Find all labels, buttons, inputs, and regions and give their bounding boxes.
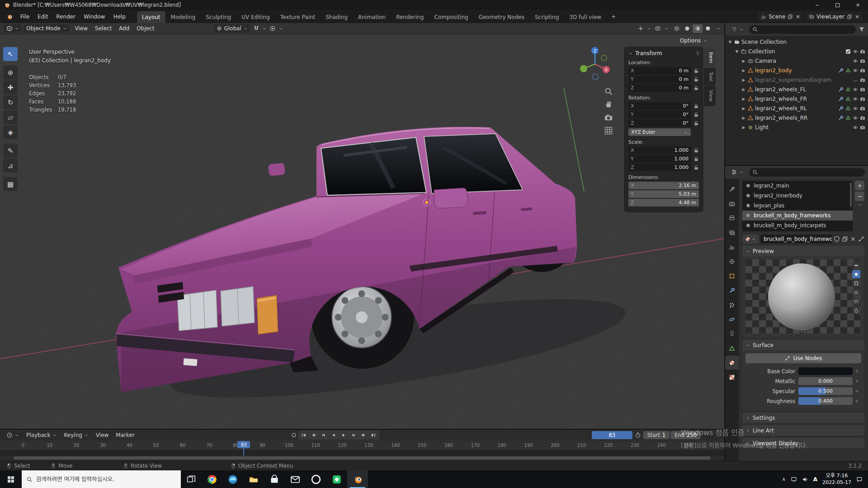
scene-selector[interactable]: Scene xyxy=(758,12,803,21)
copy-icon[interactable] xyxy=(847,14,852,19)
animate-decorator[interactable] xyxy=(856,390,858,392)
preview-resize-dots[interactable]: ⠿⠿ xyxy=(800,329,806,334)
timeline-scrollbar[interactable] xyxy=(14,456,711,460)
axis-field-y[interactable]: Y1.000 xyxy=(628,155,691,163)
menu-help[interactable]: Help xyxy=(109,12,129,21)
properties-tab-world[interactable] xyxy=(725,254,739,268)
workspace-tab-layout[interactable]: Layout xyxy=(137,11,166,23)
taskbar-app-mail[interactable] xyxy=(285,470,306,488)
tool-measure-button[interactable]: ⊿ xyxy=(3,159,18,173)
surface-panel-header[interactable]: Surface xyxy=(742,340,864,350)
menu-file[interactable]: File xyxy=(16,12,33,21)
copy-material-icon[interactable] xyxy=(842,236,848,242)
next-frame-button[interactable] xyxy=(349,431,358,439)
close-button[interactable]: ✕ xyxy=(848,0,868,10)
outliner-editor-button[interactable] xyxy=(728,25,746,33)
axis-field-z[interactable]: Z0° xyxy=(628,119,691,127)
taskbar-app-file-explorer[interactable] xyxy=(243,470,264,488)
panel-drag-dots-icon[interactable]: ⠿ xyxy=(696,51,699,56)
axis-field-x[interactable]: X0° xyxy=(628,102,691,110)
sidebar-tab-view[interactable]: View xyxy=(704,86,716,106)
timeline-menu-keying[interactable]: Keying xyxy=(61,431,92,439)
gizmo-toggle-icon[interactable] xyxy=(637,25,644,32)
axis-field-z[interactable]: Z4.48 m xyxy=(628,199,699,206)
rotation-mode-dropdown[interactable]: XYZ Euler xyxy=(628,128,691,136)
expand-arrow-icon[interactable]: ▶ xyxy=(741,116,746,120)
properties-tab-particles[interactable] xyxy=(725,298,739,312)
properties-search[interactable] xyxy=(749,168,865,177)
timeline-menu-view[interactable]: View xyxy=(92,431,112,439)
animate-decorator[interactable] xyxy=(856,380,858,382)
taskbar-app-store[interactable] xyxy=(264,470,285,488)
fake-user-shield-icon[interactable] xyxy=(834,236,840,242)
outliner-row[interactable]: ▶legran2_suspensiondiagram xyxy=(725,75,868,84)
properties-tab-object-data[interactable] xyxy=(725,341,739,355)
panel-viewport-display[interactable]: Viewport Display xyxy=(742,438,864,448)
snap-magnet-icon[interactable] xyxy=(253,25,259,32)
jump-start-button[interactable] xyxy=(299,431,308,439)
prev-keyframe-button[interactable] xyxy=(309,431,318,439)
menu-render[interactable]: Render xyxy=(52,12,80,21)
slot-specials-icon[interactable] xyxy=(858,202,862,207)
timeline-editor-button[interactable] xyxy=(4,431,22,439)
tool-rotate-button[interactable]: ↻ xyxy=(3,95,18,109)
properties-tab-physics[interactable] xyxy=(725,312,739,326)
properties-tab-scene[interactable] xyxy=(725,240,739,254)
preview-panel-header[interactable]: Preview xyxy=(742,246,864,256)
copy-icon[interactable] xyxy=(788,14,793,19)
viewport-menu-add[interactable]: Add xyxy=(115,24,133,33)
viewport-menu-select[interactable]: Select xyxy=(91,24,115,33)
taskbar-search-input[interactable] xyxy=(36,476,176,483)
axis-field-z[interactable]: Z0 m xyxy=(628,84,691,92)
surface-base-color-field[interactable] xyxy=(798,367,853,375)
viewport-3d[interactable]: ↖⊕✚↻▱◈✎⊿▦ User Perspective (83) Collecti… xyxy=(0,34,724,429)
editor-type-button[interactable] xyxy=(4,24,22,33)
axis-field-x[interactable]: X2.16 m xyxy=(628,182,699,189)
browse-material-button[interactable] xyxy=(742,235,759,244)
material-name-field[interactable]: bruckell_m_body_framewor... xyxy=(760,235,832,244)
expand-arrow-icon[interactable]: ▶ xyxy=(741,106,746,111)
preview-type-cloth-button[interactable] xyxy=(852,297,860,305)
menu-edit[interactable]: Edit xyxy=(33,12,52,21)
properties-tab-view-layer[interactable] xyxy=(725,225,739,239)
overlays-toggle-icon[interactable] xyxy=(655,25,661,32)
maximize-button[interactable] xyxy=(827,0,848,10)
properties-tab-output[interactable] xyxy=(725,211,739,225)
material-slot[interactable]: legran2_innerbody xyxy=(742,191,853,201)
axis-field-y[interactable]: Y0° xyxy=(628,111,691,118)
display-icon[interactable] xyxy=(791,476,797,483)
unlink-icon[interactable] xyxy=(795,14,801,19)
frame-end-field[interactable]: End 250 xyxy=(670,431,701,439)
notification-icon[interactable] xyxy=(856,476,863,483)
properties-tab-render[interactable] xyxy=(725,197,739,211)
properties-search-input[interactable] xyxy=(760,169,862,175)
camera-view-icon[interactable] xyxy=(604,113,613,122)
workspace-tab-texture-paint[interactable]: Texture Paint xyxy=(275,11,321,23)
surface-specular-field[interactable]: 0.500 xyxy=(798,387,853,395)
options-dropdown[interactable]: Options xyxy=(676,36,712,45)
shading-material-preview-button[interactable] xyxy=(693,24,703,33)
taskbar-app-blender[interactable] xyxy=(347,470,368,488)
pan-hand-icon[interactable] xyxy=(604,100,613,109)
panel-settings[interactable]: Settings xyxy=(742,413,864,423)
add-workspace-button[interactable]: + xyxy=(608,12,619,22)
tool-transform-button[interactable]: ◈ xyxy=(3,125,18,139)
outliner-row[interactable]: ▶legran2_wheels_RR xyxy=(725,113,868,122)
tray-expand-icon[interactable]: ∧ xyxy=(782,476,786,482)
outliner-row[interactable]: ▼Scene Collection xyxy=(725,37,868,47)
speaker-icon[interactable] xyxy=(802,476,808,483)
play-button[interactable] xyxy=(339,431,348,439)
taskbar-app-green-app[interactable] xyxy=(326,470,347,488)
timeline-menu-marker[interactable]: Marker xyxy=(112,431,138,439)
jump-end-button[interactable] xyxy=(369,431,378,439)
shading-wireframe-button[interactable] xyxy=(672,24,682,33)
material-slot[interactable]: legvan_plas xyxy=(742,201,853,211)
transform-panel-header[interactable]: Transform ⠿ xyxy=(628,50,699,56)
outliner-search[interactable] xyxy=(749,25,856,34)
tool-move-button[interactable]: ✚ xyxy=(3,80,18,94)
filter-icon[interactable] xyxy=(859,26,865,33)
outliner-row[interactable]: ▶legran2_body xyxy=(725,66,868,75)
outliner-row[interactable]: ▶legran2_wheels_RL xyxy=(725,103,868,113)
shading-solid-button[interactable] xyxy=(682,24,692,33)
add-slot-button[interactable] xyxy=(855,181,864,190)
